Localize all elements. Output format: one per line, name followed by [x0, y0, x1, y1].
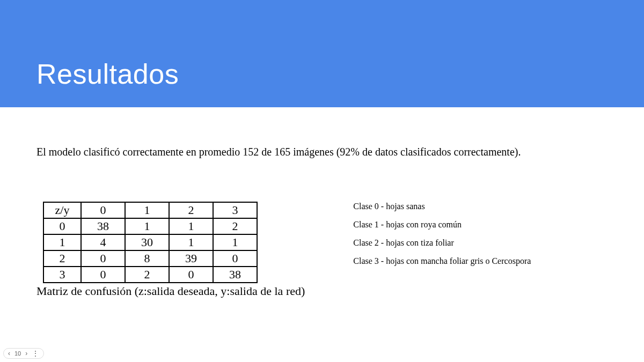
- legend-item: Clase 2 - hojas con tiza foliar: [353, 238, 531, 248]
- table-row: 0 38 1 1 2: [43, 218, 257, 234]
- table-col-header: 0: [81, 202, 125, 218]
- table-col-header: 3: [213, 202, 257, 218]
- table-header-row: z/y 0 1 2 3: [43, 202, 257, 218]
- table-row: 1 4 30 1 1: [43, 234, 257, 250]
- class-legend: Clase 0 - hojas sanas Clase 1 - hojas co…: [353, 202, 531, 275]
- table-cell: 38: [81, 218, 125, 234]
- table-row-label: 3: [43, 267, 81, 283]
- table-cell: 39: [169, 250, 213, 267]
- next-slide-button[interactable]: ›: [25, 350, 27, 357]
- intro-text: El modelo clasificó correctamente en pro…: [36, 145, 608, 159]
- slide-header: Resultados: [0, 0, 644, 107]
- table-cell: 0: [81, 250, 125, 267]
- table-cell: 30: [125, 234, 169, 250]
- legend-item: Clase 0 - hojas sanas: [353, 202, 531, 211]
- confusion-matrix-table: z/y 0 1 2 3 0 38 1 1 2 1 4 30 1: [43, 202, 258, 283]
- table-col-header: 1: [125, 202, 169, 218]
- slide-number: 10: [14, 350, 21, 357]
- table-cell: 8: [125, 250, 169, 267]
- table-cell: 1: [169, 234, 213, 250]
- table-row-label: 0: [43, 218, 81, 234]
- table-cell: 1: [169, 218, 213, 234]
- table-cell: 4: [81, 234, 125, 250]
- content-row: z/y 0 1 2 3 0 38 1 1 2 1 4 30 1: [36, 202, 608, 298]
- table-cell: 0: [81, 267, 125, 283]
- table-cell: 2: [213, 218, 257, 234]
- table-cell: 1: [213, 234, 257, 250]
- table-caption: Matriz de confusión (z:salida deseada, y…: [36, 284, 305, 298]
- table-cell: 1: [125, 218, 169, 234]
- legend-item: Clase 3 - hojas con mancha foliar gris o…: [353, 256, 531, 266]
- slide-body: El modelo clasificó correctamente en pro…: [0, 107, 644, 298]
- table-col-header: 2: [169, 202, 213, 218]
- table-row-label: 1: [43, 234, 81, 250]
- table-row-label: 2: [43, 250, 81, 267]
- table-cell: 2: [125, 267, 169, 283]
- confusion-matrix-block: z/y 0 1 2 3 0 38 1 1 2 1 4 30 1: [36, 202, 305, 298]
- legend-item: Clase 1 - hojas con roya común: [353, 220, 531, 230]
- table-cell: 0: [213, 250, 257, 267]
- table-cell: 38: [213, 267, 257, 283]
- prev-slide-button[interactable]: ‹: [8, 350, 10, 357]
- slide-nav-pill: ‹ 10 › ⋮: [3, 348, 44, 359]
- table-row: 2 0 8 39 0: [43, 250, 257, 267]
- table-row: 3 0 2 0 38: [43, 267, 257, 283]
- page-title: Resultados: [36, 58, 179, 90]
- table-cell: 0: [169, 267, 213, 283]
- slide-menu-button[interactable]: ⋮: [32, 350, 39, 357]
- table-corner-cell: z/y: [43, 202, 81, 218]
